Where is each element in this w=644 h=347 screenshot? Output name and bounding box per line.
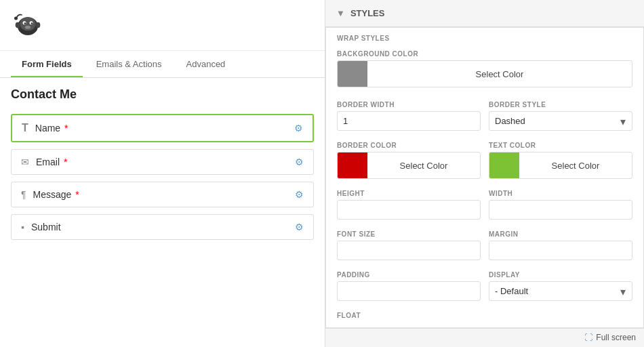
form-fields-list: T Name * ⚙ ✉ Email * ⚙ ¶ Message * ⚙ ▪ S… — [0, 108, 325, 347]
float-label: FLOAT — [337, 306, 481, 322]
font-size-input[interactable] — [337, 241, 481, 260]
padding-label: PADDING — [337, 266, 481, 281]
border-width-label: BORDER WIDTH — [337, 96, 481, 111]
display-label: DISPLAY — [489, 266, 632, 281]
text-color-select-btn[interactable]: Select Color — [519, 161, 632, 171]
field-label-message: Message * — [33, 189, 295, 200]
margin-input[interactable] — [489, 241, 632, 260]
width-label: WIDTH — [489, 184, 632, 200]
svg-point-6 — [25, 26, 31, 29]
border-style-select-wrapper: None Solid Dashed Dotted Double — [489, 111, 632, 131]
field-label-email: Email * — [36, 157, 295, 167]
svg-point-8 — [16, 22, 20, 28]
display-select[interactable]: - Default Block Inline Inline-Block None — [489, 281, 632, 301]
svg-point-4 — [24, 22, 26, 24]
padding-col: PADDING — [337, 266, 481, 301]
wrap-styles-section: WRAP STYLES BACKGROUND COLOR Select Colo… — [325, 27, 644, 328]
tab-emails-actions[interactable]: Emails & Actions — [85, 51, 173, 77]
border-row: BORDER WIDTH BORDER STYLE None Solid Das… — [326, 96, 643, 136]
color-pair-row: BORDER COLOR Select Color TEXT COLOR Sel… — [326, 136, 643, 184]
height-width-row: HEIGHT WIDTH — [326, 184, 643, 225]
border-width-input[interactable] — [337, 111, 481, 131]
bg-color-select-btn[interactable]: Select Color — [367, 69, 632, 79]
display-col: DISPLAY - Default Block Inline Inline-Bl… — [489, 266, 632, 301]
border-color-row[interactable]: Select Color — [337, 152, 481, 179]
tab-form-fields[interactable]: Form Fields — [11, 51, 83, 77]
field-label-submit: Submit — [31, 222, 295, 232]
field-label-name: Name * — [35, 123, 294, 134]
bg-color-label: BACKGROUND COLOR — [337, 45, 632, 60]
tab-advanced[interactable]: Advanced — [176, 51, 237, 77]
field-gear-email[interactable]: ⚙ — [295, 157, 304, 167]
collapse-arrow-icon: ▼ — [336, 8, 345, 18]
margin-col: MARGIN — [489, 225, 632, 260]
border-style-col: BORDER STYLE None Solid Dashed Dotted Do… — [489, 96, 632, 131]
border-style-label: BORDER STYLE — [489, 96, 632, 111]
border-color-select-btn[interactable]: Select Color — [367, 161, 480, 171]
wrap-styles-area: BACKGROUND COLOR Select Color — [326, 45, 643, 96]
padding-input[interactable] — [337, 281, 481, 301]
message-field-icon: ¶ — [21, 189, 26, 200]
text-color-row[interactable]: Select Color — [489, 152, 632, 179]
border-color-label: BORDER COLOR — [337, 136, 481, 152]
text-color-swatch[interactable] — [489, 152, 519, 179]
float-col: FLOAT — [337, 306, 481, 322]
width-col: WIDTH — [489, 184, 632, 220]
field-row-email[interactable]: ✉ Email * ⚙ — [11, 149, 314, 175]
border-width-col: BORDER WIDTH — [337, 96, 481, 131]
text-field-icon: T — [22, 122, 28, 134]
styles-title: STYLES — [350, 8, 385, 18]
fullscreen-label[interactable]: Full screen — [596, 333, 636, 342]
wrap-styles-label: WRAP STYLES — [326, 28, 643, 45]
field-gear-submit[interactable]: ⚙ — [295, 222, 304, 232]
margin-label: MARGIN — [489, 225, 632, 241]
left-panel: Form Fields Emails & Actions Advanced Co… — [0, 0, 325, 347]
padding-display-row: PADDING DISPLAY - Default Block Inline I… — [326, 266, 643, 306]
required-mark-email: * — [61, 157, 67, 167]
float-row: FLOAT — [326, 306, 643, 327]
fullscreen-icon: ⛶ — [584, 333, 592, 342]
field-row-name[interactable]: T Name * ⚙ — [11, 114, 314, 142]
svg-point-9 — [36, 22, 41, 28]
form-title: Contact Me — [0, 78, 325, 108]
right-panel: ▼ STYLES WRAP STYLES BACKGROUND COLOR Se… — [325, 0, 644, 347]
tabs-bar: Form Fields Emails & Actions Advanced — [0, 51, 325, 78]
font-size-label: FONT SIZE — [337, 225, 481, 241]
fontsize-margin-row: FONT SIZE MARGIN — [326, 225, 643, 266]
field-row-submit[interactable]: ▪ Submit ⚙ — [11, 214, 314, 240]
field-row-message[interactable]: ¶ Message * ⚙ — [11, 182, 314, 207]
styles-header[interactable]: ▼ STYLES — [325, 0, 644, 27]
fullscreen-bar[interactable]: ⛶ Full screen — [325, 328, 644, 346]
email-field-icon: ✉ — [21, 157, 29, 167]
font-size-col: FONT SIZE — [337, 225, 481, 260]
bg-color-row[interactable]: Select Color — [337, 60, 632, 87]
logo-area — [0, 0, 325, 51]
border-style-select[interactable]: None Solid Dashed Dotted Double — [489, 111, 632, 131]
submit-field-icon: ▪ — [21, 222, 24, 232]
text-color-col: TEXT COLOR Select Color — [489, 136, 632, 179]
field-gear-message[interactable]: ⚙ — [295, 189, 304, 200]
height-col: HEIGHT — [337, 184, 481, 220]
width-input[interactable] — [489, 200, 632, 220]
display-select-wrapper: - Default Block Inline Inline-Block None — [489, 281, 632, 301]
required-mark-message: * — [73, 189, 79, 200]
text-color-label: TEXT COLOR — [489, 136, 632, 152]
mailchimp-logo — [11, 8, 45, 42]
bg-color-swatch[interactable] — [338, 60, 367, 87]
required-mark: * — [62, 123, 68, 134]
border-color-swatch[interactable] — [338, 152, 367, 179]
height-label: HEIGHT — [337, 184, 481, 200]
svg-point-5 — [31, 22, 33, 24]
height-input[interactable] — [337, 200, 481, 220]
field-gear-name[interactable]: ⚙ — [294, 123, 303, 134]
svg-point-7 — [14, 17, 18, 20]
border-color-col: BORDER COLOR Select Color — [337, 136, 481, 179]
